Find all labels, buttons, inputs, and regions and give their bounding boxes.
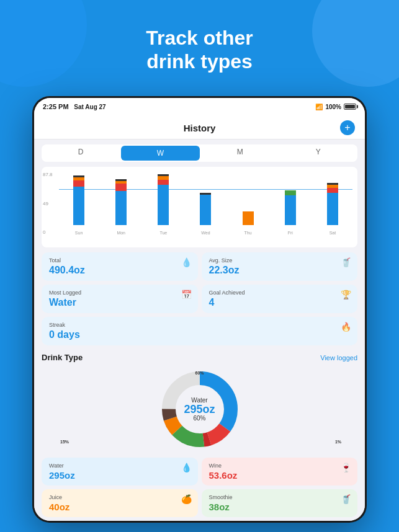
drink-card-water: Water 295oz 💧: [42, 458, 198, 485]
period-btn-w[interactable]: W: [121, 146, 199, 161]
app-content: History + D W M Y 87.8 49 0: [34, 115, 365, 521]
battery-label: 100%: [325, 104, 341, 110]
calendar-icon: 📅: [181, 290, 192, 299]
bar-label-mon: Mon: [117, 231, 125, 235]
bar-thu: Thu: [228, 172, 268, 235]
drink-type-title: Drink Type: [42, 353, 83, 362]
drink-grid: Water 295oz 💧 Wine 53.6oz 🍷 Juice 40oz 🍊…: [42, 458, 357, 521]
nav-bar: History +: [34, 115, 365, 140]
drink-juice-label: Juice: [49, 494, 191, 500]
flame-icon: 🔥: [341, 322, 351, 332]
bar-label-sun: Sun: [75, 231, 83, 235]
drink-smoothie-label: Smoothie: [209, 494, 351, 500]
period-btn-d[interactable]: D: [42, 144, 120, 162]
donut-svg: [156, 366, 243, 453]
drink-water-value: 295oz: [49, 470, 191, 481]
water-icon: 💧: [181, 463, 192, 472]
pct-label-tea: 1%: [335, 440, 341, 444]
drink-wine-label: Wine: [209, 463, 351, 469]
nav-title: History: [59, 123, 340, 133]
bar-wed: Wed: [186, 172, 225, 235]
bar-label-tue: Tue: [159, 231, 167, 235]
y-label-bot: 0: [43, 229, 58, 235]
period-selector: D W M Y: [42, 144, 357, 162]
status-time: 2:25 PM: [43, 103, 69, 110]
wifi-icon: 📶: [315, 104, 323, 110]
drink-card-wine: Wine 53.6oz 🍷: [202, 458, 358, 485]
period-btn-m[interactable]: M: [201, 144, 279, 162]
period-btn-y[interactable]: Y: [279, 144, 357, 162]
stat-total-value: 490.4oz: [49, 265, 191, 276]
chart-y-labels: 87.8 49 0: [42, 172, 59, 235]
drink-card-juice: Juice 40oz 🍊: [42, 489, 198, 517]
add-button[interactable]: +: [340, 120, 355, 135]
drink-smoothie-value: 38oz: [209, 502, 351, 512]
stat-streak-label: Streak: [49, 322, 350, 328]
trophy-icon: 🏆: [341, 290, 351, 299]
stat-streak: Streak 0 days 🔥: [42, 317, 357, 345]
drink-juice-value: 40oz: [49, 502, 191, 512]
stat-most-value: Water: [49, 297, 191, 308]
drink-card-smoothie: Smoothie 38oz 🥤: [202, 489, 358, 517]
stat-avg-label: Avg. Size: [209, 257, 351, 264]
chart-bars: Sun Mon: [59, 172, 352, 235]
device-frame: 2:25 PM Sat Aug 27 📶 100% History + D: [32, 96, 367, 523]
wine-icon: 🍷: [341, 463, 351, 472]
view-logged-link[interactable]: View logged: [320, 354, 357, 361]
stat-goal: Goal Achieved 4 🏆: [202, 285, 358, 313]
status-bar: 2:25 PM Sat Aug 27 📶 100%: [34, 98, 365, 115]
bar-label-sat: Sat: [330, 231, 336, 235]
donut-chart: Water 295oz 60% 60% 1% 15%: [34, 366, 365, 453]
drink-wine-value: 53.6oz: [209, 470, 351, 481]
stat-most-label: Most Logged: [49, 290, 191, 296]
pct-label-water: 60%: [195, 371, 204, 375]
stat-total-label: Total: [49, 257, 191, 264]
bar-label-wed: Wed: [201, 231, 210, 235]
stat-avg: Avg. Size 22.3oz 🥤: [202, 252, 358, 281]
bar-tue: Tue: [143, 172, 183, 235]
smoothie-icon: 🥤: [341, 494, 351, 504]
bar-label-fri: Fri: [288, 231, 293, 235]
stat-streak-value: 0 days: [49, 329, 350, 340]
y-label-top: 87.8: [43, 172, 58, 177]
cup-icon: 🥤: [341, 257, 351, 267]
bar-sat: Sat: [313, 172, 352, 235]
status-right: 📶 100%: [315, 104, 356, 110]
bar-label-thu: Thu: [244, 231, 252, 235]
y-label-mid: 49: [43, 201, 58, 206]
stat-most-logged: Most Logged Water 📅: [42, 285, 198, 313]
stat-avg-value: 22.3oz: [209, 265, 351, 276]
drink-type-header: Drink Type View logged: [42, 353, 357, 362]
stat-goal-value: 4: [209, 297, 351, 308]
pct-label-smoothie: 15%: [60, 440, 69, 444]
stat-goal-label: Goal Achieved: [209, 290, 351, 296]
battery-icon: [344, 104, 356, 110]
bar-mon: Mon: [101, 172, 141, 235]
device-screen: 2:25 PM Sat Aug 27 📶 100% History + D: [34, 98, 365, 521]
drink-water-label: Water: [49, 463, 191, 469]
stats-grid: Total 490.4oz 💧 Avg. Size 22.3oz 🥤 Most …: [42, 252, 357, 345]
bar-sun: Sun: [59, 172, 99, 235]
status-date: Sat Aug 27: [74, 104, 105, 110]
stat-total: Total 490.4oz 💧: [42, 252, 198, 281]
bar-fri: Fri: [271, 172, 310, 235]
chart-area: 87.8 49 0 Sun: [42, 167, 357, 247]
juice-icon: 🍊: [181, 494, 192, 504]
header-title: Track other drink types: [0, 26, 399, 74]
drop-icon: 💧: [181, 257, 192, 267]
